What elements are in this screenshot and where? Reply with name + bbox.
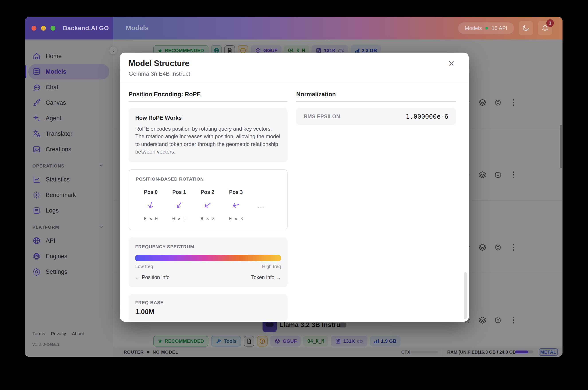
app-window: Backend.AI GO Models Models 15 API xyxy=(25,17,562,357)
modal-header: Model Structure Gemma 3n E4B Instruct × xyxy=(120,52,469,83)
rms-epsilon-label: RMS EPSILON xyxy=(304,114,340,120)
rms-epsilon-value: 1.000000e-6 xyxy=(406,113,448,120)
token-info-label: Token info → xyxy=(251,274,281,280)
frequency-spectrum-card: FREQUENCY SPECTRUM Low freq High freq ← … xyxy=(128,237,288,287)
status-pill-app: Models xyxy=(465,25,482,31)
frequency-info-labels: ← Position info Token info → xyxy=(135,274,281,280)
low-freq-label: Low freq xyxy=(135,264,153,269)
section-heading: Normalization xyxy=(296,91,456,102)
theme-toggle-button[interactable] xyxy=(519,21,533,35)
normalization-section: Normalization RMS EPSILON 1.000000e-6 xyxy=(296,91,456,125)
titlebar-actions: Models 15 API xyxy=(458,17,552,40)
titlebar-brand-area: Backend.AI GO xyxy=(25,17,113,40)
freq-base-value: 1.00M xyxy=(135,308,281,316)
model-structure-modal: Model Structure Gemma 3n E4B Instruct × … xyxy=(120,52,469,322)
card-title: How RoPE Works xyxy=(135,115,281,121)
rotation-diagram: Pos 0 θ × 0 Pos 1 θ × 1 Pos xyxy=(136,189,281,223)
modal-scrollbar-thumb[interactable] xyxy=(464,272,467,319)
app-brand: Backend.AI GO xyxy=(63,25,109,32)
modal-title: Model Structure xyxy=(128,59,189,68)
card-label: FREQ BASE xyxy=(135,300,281,305)
notifications-button[interactable]: 3 xyxy=(538,21,552,35)
frequency-gradient-bar xyxy=(135,255,281,261)
zoom-window-button[interactable] xyxy=(50,26,55,31)
ellipsis: … xyxy=(258,202,265,209)
rotation-arrow-icon xyxy=(173,199,186,212)
close-icon[interactable]: × xyxy=(446,57,457,69)
position-encoding-section: Position Encoding: RoPE How RoPE Works R… xyxy=(128,91,288,322)
notification-badge: 3 xyxy=(546,19,554,27)
rms-epsilon-row: RMS EPSILON 1.000000e-6 xyxy=(296,108,456,125)
titlebar-main: Models Models 15 API xyxy=(113,17,562,40)
rotation-arrow-icon xyxy=(201,199,214,212)
titlebar: Backend.AI GO Models Models 15 API xyxy=(25,17,562,40)
page-title: Models xyxy=(126,24,149,32)
freq-base-card: FREQ BASE 1.00M xyxy=(128,294,288,322)
frequency-scale-labels: Low freq High freq xyxy=(135,264,281,269)
rotation-pos-3: Pos 3 θ × 3 xyxy=(222,189,250,221)
status-pill-api: 15 API xyxy=(492,25,507,31)
rotation-pos-0: Pos 0 θ × 0 xyxy=(137,189,165,221)
section-heading: Position Encoding: RoPE xyxy=(128,91,288,102)
rotation-pos-2: Pos 2 θ × 2 xyxy=(193,189,222,221)
high-freq-label: High freq xyxy=(262,264,281,269)
rotation-pos-1: Pos 1 θ × 1 xyxy=(165,189,193,221)
close-window-button[interactable] xyxy=(32,26,36,31)
rotation-arrow-icon xyxy=(145,200,157,211)
card-label: POSITION-BASED ROTATION xyxy=(136,176,281,182)
how-rope-works-card: How RoPE Works RoPE encodes position by … xyxy=(128,108,288,162)
status-dot xyxy=(485,27,488,30)
minimize-window-button[interactable] xyxy=(41,26,46,31)
position-rotation-card: POSITION-BASED ROTATION Pos 0 θ × 0 Pos … xyxy=(128,169,288,230)
model-status-pill[interactable]: Models 15 API xyxy=(458,22,514,34)
position-info-label: ← Position info xyxy=(135,274,169,280)
moon-icon xyxy=(522,24,530,32)
card-label: FREQUENCY SPECTRUM xyxy=(135,244,281,249)
desktop-background: Backend.AI GO Models Models 15 API xyxy=(0,0,588,390)
card-body: RoPE encodes position by rotating query … xyxy=(135,125,281,155)
rotation-arrow-icon xyxy=(230,200,242,211)
modal-subtitle: Gemma 3n E4B Instruct xyxy=(128,70,190,77)
